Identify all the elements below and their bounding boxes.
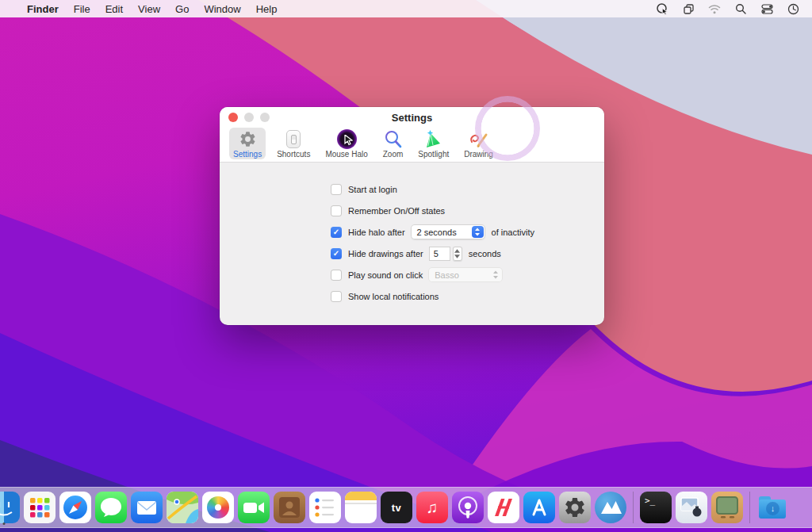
dock-preview-icon[interactable] bbox=[676, 492, 707, 523]
download-arrow-icon: ↓ bbox=[766, 502, 779, 515]
row-label: Hide drawings after bbox=[348, 249, 423, 258]
dock: tv ♫ >_ ↓ bbox=[0, 487, 812, 528]
control-center-icon[interactable] bbox=[760, 2, 773, 15]
hide-drawings-seconds-field[interactable] bbox=[429, 247, 450, 261]
menu-window[interactable]: Window bbox=[204, 3, 240, 15]
chevron-up-down-icon bbox=[472, 226, 484, 238]
dock-trash-icon[interactable] bbox=[792, 492, 812, 523]
mouse-halo-icon bbox=[337, 129, 357, 149]
dock-finder-icon[interactable] bbox=[0, 492, 20, 523]
tab-spotlight[interactable]: Spotlight bbox=[414, 128, 453, 159]
gear-icon bbox=[239, 129, 257, 149]
pencil-icon bbox=[469, 129, 488, 149]
magnifier-icon bbox=[384, 129, 403, 149]
dock-music-icon[interactable]: ♫ bbox=[416, 492, 448, 523]
tab-label: Zoom bbox=[383, 150, 404, 159]
checkbox-play-sound[interactable] bbox=[331, 270, 342, 281]
checkbox-hide-halo[interactable] bbox=[331, 227, 342, 238]
chevron-up-down-icon bbox=[489, 269, 501, 281]
menu-file[interactable]: File bbox=[74, 3, 90, 15]
dock-terminal-icon[interactable]: >_ bbox=[640, 492, 672, 523]
dock-facetime-icon[interactable] bbox=[238, 492, 270, 523]
tab-drawing[interactable]: Drawing bbox=[460, 128, 497, 159]
menu-help[interactable]: Help bbox=[256, 3, 278, 15]
tab-settings[interactable]: Settings bbox=[229, 128, 266, 159]
row-suffix: of inactivity bbox=[492, 228, 534, 237]
dock-system-settings-icon[interactable] bbox=[559, 492, 591, 523]
checkbox-show-notifications[interactable] bbox=[331, 291, 342, 302]
tab-label: Mouse Halo bbox=[325, 150, 367, 159]
checkbox-start-at-login[interactable] bbox=[331, 184, 342, 195]
settings-window: Settings Settings Shortcuts Mouse Halo Z… bbox=[220, 107, 604, 325]
dock-separator bbox=[633, 492, 634, 523]
window-title: Settings bbox=[220, 112, 604, 124]
popup-value: Basso bbox=[435, 270, 475, 280]
dock-notes-icon[interactable] bbox=[345, 492, 377, 523]
dock-halo-mountain-app-icon[interactable] bbox=[595, 492, 626, 523]
wifi-icon[interactable] bbox=[708, 2, 721, 15]
dock-downloads-folder-icon[interactable]: ↓ bbox=[756, 492, 788, 523]
row-label: Show local notifications bbox=[348, 292, 439, 301]
menu-edit[interactable]: Edit bbox=[105, 3, 123, 15]
dock-photos-icon[interactable] bbox=[202, 492, 234, 523]
menu-go[interactable]: Go bbox=[175, 3, 189, 15]
shortcut-button-icon bbox=[286, 129, 301, 149]
row-label: Play sound on click bbox=[348, 270, 423, 280]
dock-separator bbox=[749, 492, 750, 523]
checkbox-hide-drawings[interactable] bbox=[331, 248, 342, 259]
dock-news-icon[interactable] bbox=[488, 492, 519, 523]
settings-content: Start at login Remember On/Off states Hi… bbox=[220, 163, 604, 307]
checkbox-remember-states[interactable] bbox=[331, 205, 342, 216]
title-bar[interactable]: Settings bbox=[220, 107, 604, 128]
dock-safari-icon[interactable] bbox=[59, 492, 91, 523]
popup-value: 2 seconds bbox=[417, 228, 473, 237]
menu-bar: Finder File Edit View Go Window Help bbox=[0, 0, 812, 17]
toolbar: Settings Shortcuts Mouse Halo Zoom Spotl… bbox=[220, 128, 604, 163]
tab-zoom[interactable]: Zoom bbox=[379, 128, 408, 159]
windows-icon[interactable] bbox=[682, 2, 695, 15]
dock-retro-tv-icon[interactable] bbox=[711, 492, 743, 523]
tab-label: Settings bbox=[233, 150, 262, 159]
hide-halo-duration-popup[interactable]: 2 seconds bbox=[411, 224, 485, 239]
row-label: Remember On/Off states bbox=[348, 206, 445, 216]
clock-icon[interactable] bbox=[787, 2, 799, 15]
row-show-notifications: Show local notifications bbox=[331, 285, 604, 307]
search-icon[interactable] bbox=[734, 2, 747, 15]
dock-mail-icon[interactable] bbox=[131, 492, 163, 523]
tab-label: Shortcuts bbox=[277, 150, 310, 159]
row-suffix: seconds bbox=[469, 249, 501, 258]
row-start-at-login: Start at login bbox=[331, 178, 604, 200]
halo-app-icon[interactable] bbox=[656, 2, 668, 15]
dock-podcasts-icon[interactable] bbox=[452, 492, 484, 523]
stepper-up-down-icon[interactable] bbox=[453, 247, 462, 261]
row-label: Hide halo after bbox=[348, 228, 405, 237]
dock-contacts-icon[interactable] bbox=[274, 492, 305, 523]
row-remember-states: Remember On/Off states bbox=[331, 200, 604, 221]
dock-reminders-icon[interactable] bbox=[309, 492, 341, 523]
tab-label: Drawing bbox=[464, 150, 493, 159]
row-label: Start at login bbox=[348, 185, 397, 194]
tab-label: Spotlight bbox=[418, 150, 449, 159]
row-hide-halo: Hide halo after 2 seconds of inactivity bbox=[331, 221, 604, 243]
dock-tv-icon[interactable]: tv bbox=[381, 492, 412, 523]
dock-app-store-icon[interactable] bbox=[523, 492, 555, 523]
menu-app-name[interactable]: Finder bbox=[27, 3, 59, 15]
dock-maps-icon[interactable] bbox=[167, 492, 198, 523]
row-play-sound: Play sound on click Basso bbox=[331, 264, 604, 285]
dock-messages-icon[interactable] bbox=[95, 492, 127, 523]
menu-view[interactable]: View bbox=[138, 3, 160, 15]
spotlight-cone-icon bbox=[424, 129, 443, 149]
tab-shortcuts[interactable]: Shortcuts bbox=[273, 128, 314, 159]
running-indicator bbox=[3, 522, 6, 525]
tab-mouse-halo[interactable]: Mouse Halo bbox=[321, 128, 371, 159]
dock-launchpad-icon[interactable] bbox=[24, 492, 56, 523]
row-hide-drawings: Hide drawings after seconds bbox=[331, 243, 604, 264]
sound-popup-disabled: Basso bbox=[428, 267, 503, 282]
